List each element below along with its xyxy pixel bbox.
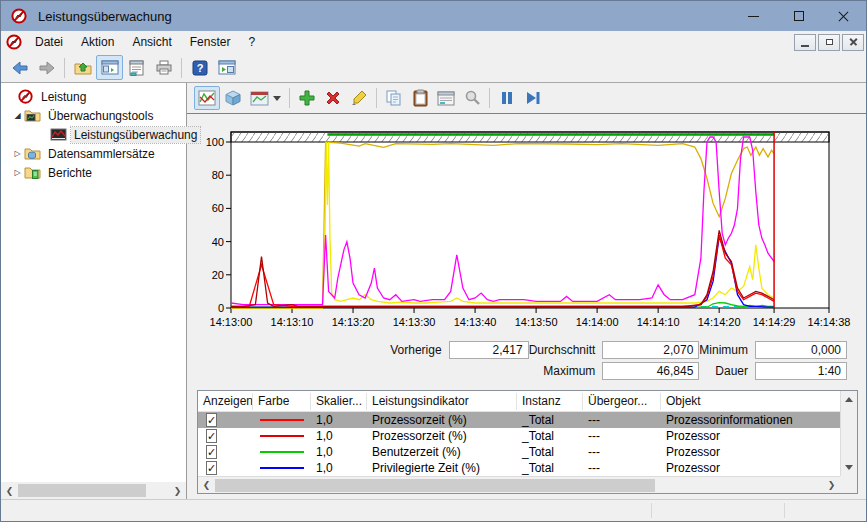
chart-type-button[interactable]: [246, 86, 272, 110]
console-tree-icon: [101, 60, 119, 75]
export-list-icon: [128, 60, 145, 76]
expander-collapsed-icon[interactable]: ▷: [11, 168, 24, 177]
show-console-tree-button[interactable]: [96, 55, 123, 80]
header-anzeigen[interactable]: Anzeigen: [198, 393, 253, 410]
scroll-left-icon[interactable]: ❮: [198, 477, 215, 494]
chart-type-dropdown-icon[interactable]: [273, 96, 281, 101]
menu-fenster[interactable]: Fenster: [181, 33, 240, 51]
show-checkbox[interactable]: ✓: [206, 445, 217, 459]
table-horizontal-scrollbar[interactable]: ❮ ❯: [198, 476, 840, 493]
header-instanz[interactable]: Instanz: [517, 393, 583, 410]
table-scrollbar-thumb[interactable]: [215, 479, 655, 492]
header-uebergeordnet[interactable]: Übergeor...: [583, 393, 661, 410]
up-one-level-button[interactable]: [69, 55, 96, 80]
counter-row[interactable]: ✓ 1,0 Prozessorzeit (%) _Total --- Proze…: [198, 412, 840, 428]
perfmon-main-panel: 02040608010014:13:0014:13:1014:13:2014:1…: [187, 83, 867, 499]
pause-icon: [500, 91, 514, 105]
maximum-label: Maximum: [529, 364, 603, 378]
maximize-button[interactable]: [776, 1, 821, 31]
scroll-down-icon[interactable]: [845, 465, 853, 470]
console-body: Leistung ◢ Überwachungstools Leistung: [1, 83, 866, 499]
header-farbe[interactable]: Farbe: [253, 393, 311, 410]
show-checkbox[interactable]: ✓: [206, 461, 217, 475]
highlight-button[interactable]: [346, 86, 372, 110]
new-window-button[interactable]: [213, 55, 240, 80]
line-chart-view-button[interactable]: [194, 86, 220, 110]
show-checkbox[interactable]: ✓: [206, 429, 217, 443]
mdi-restore-button[interactable]: [818, 34, 840, 51]
svg-text:14:13:40: 14:13:40: [454, 316, 497, 328]
counter-row[interactable]: ✓ 1,0 Prozessorzeit (%) _Total --- Proze…: [198, 428, 840, 444]
table-vertical-scrollbar[interactable]: [840, 391, 857, 476]
svg-text:40: 40: [212, 236, 224, 248]
scroll-up-icon[interactable]: [845, 397, 853, 402]
freeze-display-button[interactable]: [494, 86, 520, 110]
mdi-minimize-button[interactable]: [794, 34, 816, 51]
properties-button[interactable]: [433, 86, 459, 110]
folder-up-icon: [74, 60, 92, 76]
counter-row[interactable]: ✓ 1,0 Privilegierte Zeit (%) _Total --- …: [198, 460, 840, 476]
delete-counter-button[interactable]: [320, 86, 346, 110]
print-button[interactable]: [150, 55, 177, 80]
perfmon-window: Leistungsüberwachung Datei Aktion Ansich…: [0, 0, 867, 522]
copy-properties-button[interactable]: [381, 86, 407, 110]
folder-data-icon: [24, 146, 41, 161]
magnifier-icon: [463, 89, 481, 107]
paste-counter-list-button[interactable]: [407, 86, 433, 110]
back-button[interactable]: [6, 55, 33, 80]
titlebar[interactable]: Leistungsüberwachung: [1, 1, 866, 31]
tree-item-datensammlersaetze[interactable]: ▷ Datensammlersätze: [1, 144, 186, 163]
svg-text:100: 100: [206, 136, 224, 148]
tree-item-berichte[interactable]: ▷ Berichte: [1, 163, 186, 182]
scroll-right-icon[interactable]: ❯: [169, 482, 186, 499]
chart-svg: 02040608010014:13:0014:13:1014:13:2014:1…: [197, 126, 867, 331]
close-button[interactable]: [821, 1, 866, 31]
menu-ansicht[interactable]: Ansicht: [123, 33, 180, 51]
menu-aktion[interactable]: Aktion: [72, 33, 123, 51]
menu-hilfe[interactable]: ?: [239, 33, 264, 51]
header-skalierung[interactable]: Skalier...: [311, 393, 367, 410]
tree-item-leistung[interactable]: Leistung: [1, 87, 186, 106]
maximize-icon: [794, 11, 804, 21]
forward-button[interactable]: [33, 55, 60, 80]
minimum-label: Minimum: [699, 343, 755, 357]
chart-toolbar: [187, 83, 867, 114]
svg-text:0: 0: [218, 302, 224, 314]
skip-forward-icon: [526, 91, 540, 105]
expander-collapsed-icon[interactable]: ▷: [11, 149, 24, 158]
scroll-left-icon[interactable]: ❮: [1, 482, 18, 499]
expander-expanded-icon[interactable]: ◢: [11, 111, 24, 120]
vorherige-label: Vorherige: [390, 343, 448, 357]
help-button[interactable]: ?: [186, 55, 213, 80]
add-icon: [298, 89, 316, 107]
show-checkbox[interactable]: ✓: [206, 413, 217, 427]
data-source-button[interactable]: [220, 86, 246, 110]
tree-item-leistungsueberwachung[interactable]: Leistungsüberwachung: [1, 125, 186, 144]
mdi-close-button[interactable]: [842, 34, 864, 51]
menu-datei[interactable]: Datei: [26, 33, 72, 51]
statusbar: [1, 499, 866, 521]
scroll-right-icon[interactable]: ❯: [823, 477, 840, 494]
header-objekt[interactable]: Objekt: [661, 393, 840, 410]
add-counter-button[interactable]: [294, 86, 320, 110]
svg-text:80: 80: [212, 169, 224, 181]
tree-item-ueberwachungstools[interactable]: ◢ Überwachungstools: [1, 106, 186, 125]
tree-horizontal-scrollbar[interactable]: ❮ ❯: [1, 482, 186, 499]
console-tree-panel: Leistung ◢ Überwachungstools Leistung: [1, 83, 187, 499]
svg-text:14:13:50: 14:13:50: [515, 316, 558, 328]
export-list-button[interactable]: [123, 55, 150, 80]
counter-row[interactable]: ✓ 1,0 Benutzerzeit (%) _Total --- Prozes…: [198, 444, 840, 460]
stats-panel: Vorherige 2,417 Durchschnitt 2,070 Minim…: [187, 339, 847, 381]
svg-text:60: 60: [212, 202, 224, 214]
tree-scrollbar-thumb[interactable]: [18, 484, 146, 497]
update-data-button[interactable]: [520, 86, 546, 110]
minimize-button[interactable]: [731, 1, 776, 31]
svg-text:14:14:38: 14:14:38: [808, 316, 851, 328]
delete-x-icon: [324, 89, 342, 107]
mdi-window-controls: [792, 34, 864, 51]
zoom-button[interactable]: [459, 86, 485, 110]
properties-window-icon: [437, 91, 455, 106]
mdi-minimize-icon: [801, 45, 809, 47]
perfmon-app-icon: [11, 8, 27, 24]
header-leistungsindikator[interactable]: Leistungsindikator: [367, 393, 517, 410]
